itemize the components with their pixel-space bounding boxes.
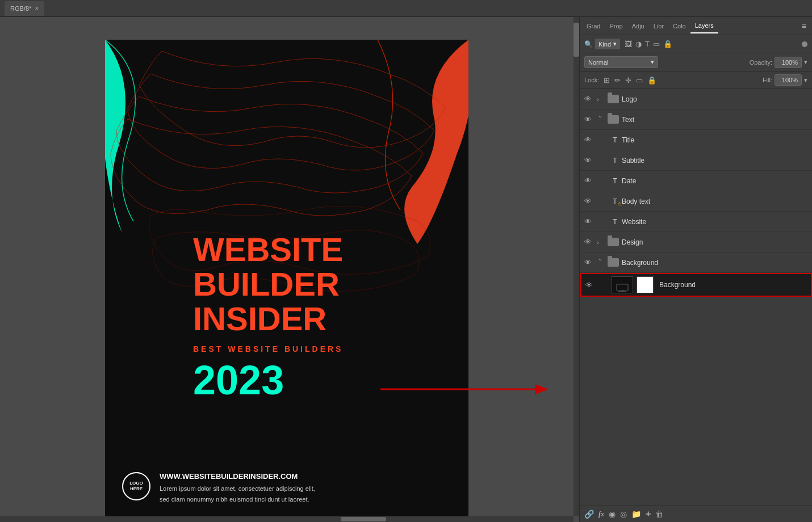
layer-name-website: Website	[622, 218, 807, 226]
new-group-icon[interactable]: 📁	[631, 510, 641, 519]
lock-pixel-icon[interactable]: ⊞	[604, 76, 610, 85]
layer-name-logo: Logo	[622, 95, 807, 103]
lock-move-icon[interactable]: ✛	[625, 76, 631, 85]
text-layer-icon-date: T	[610, 176, 620, 185]
layer-item-logo[interactable]: 👁 › Logo	[580, 89, 812, 110]
poster-footer-body: Lorem ipsum dolor sit amet, consectetuer…	[160, 485, 315, 503]
layer-item-text-group[interactable]: 👁 › Text	[580, 110, 812, 130]
layer-name-date: Date	[622, 177, 807, 185]
layer-item-design[interactable]: 👁 › Design	[580, 232, 812, 252]
panel-tab-bar: Grad Prop Adju Libr Colo Layers ≡	[580, 17, 812, 35]
tab-close-button[interactable]: ×	[35, 5, 39, 12]
link-layers-icon[interactable]: 🔗	[584, 510, 594, 519]
layer-item-title[interactable]: 👁 T Title	[580, 130, 812, 150]
layer-name-text-group: Text	[622, 116, 807, 124]
layer-name-title: Title	[622, 136, 807, 144]
expand-icon-design[interactable]: ›	[597, 239, 605, 246]
blend-mode-arrow: ▾	[651, 58, 654, 66]
tab-label: RGB/8*	[10, 5, 31, 12]
poster-year: 2023	[193, 357, 343, 403]
fill-row: Fill: 100% ▾	[763, 74, 807, 86]
layer-item-date[interactable]: 👁 T Date	[580, 171, 812, 191]
visibility-icon-date[interactable]: 👁	[584, 176, 595, 185]
text-layer-icon-subtitle: T	[610, 156, 620, 165]
fx-button[interactable]: fx	[598, 510, 604, 519]
layer-item-body-text[interactable]: 👁 T ⚠ Body text	[580, 191, 812, 212]
text-layer-icon-website: T	[610, 217, 620, 226]
poster-footer-info: WWW.WEBSITEBUILDERINSIDER.COM Lorem ipsu…	[160, 472, 315, 505]
filter-adjust-icon[interactable]: ◑	[635, 40, 642, 48]
tab-prop[interactable]: Prop	[605, 19, 627, 33]
filter-toggle-dot[interactable]	[802, 41, 807, 47]
folder-icon-logo	[607, 95, 620, 104]
lock-icons: ⊞ ✏ ✛ ▭ 🔒	[604, 76, 656, 85]
add-mask-icon[interactable]: ◉	[609, 510, 616, 519]
layer-thumb-dark	[612, 276, 633, 293]
layers-list: 👁 › Logo 👁 › Text 👁 T	[580, 89, 812, 506]
tab-layers[interactable]: Layers	[690, 19, 718, 33]
fill-arrow[interactable]: ▾	[804, 77, 807, 84]
tab-colo[interactable]: Colo	[668, 19, 690, 33]
visibility-icon-bg-group[interactable]: 👁	[584, 258, 595, 267]
folder-icon-bg	[607, 258, 620, 267]
opacity-label: Opacity:	[750, 59, 772, 66]
blend-mode-select[interactable]: Normal ▾	[584, 56, 658, 68]
filter-text-icon[interactable]: T	[645, 40, 650, 48]
text-layer-icon-title: T	[610, 136, 620, 144]
search-icon[interactable]: 🔍	[584, 40, 593, 48]
expand-icon-bg[interactable]: ›	[597, 259, 604, 267]
layers-panel: Grad Prop Adju Libr Colo Layers ≡ 🔍 Kind…	[579, 17, 812, 522]
canvas-horizontal-scrollbar[interactable]	[0, 516, 574, 522]
visibility-icon-text[interactable]: 👁	[584, 115, 595, 124]
visibility-icon-logo[interactable]: 👁	[584, 95, 595, 103]
canvas-h-scrollbar-thumb[interactable]	[341, 517, 386, 521]
expand-icon-text[interactable]: ›	[597, 116, 604, 124]
fill-label: Fill:	[763, 77, 772, 83]
layer-item-website[interactable]: 👁 T Website	[580, 212, 812, 232]
layer-item-background[interactable]: 👁 Background	[580, 273, 812, 297]
visibility-icon-background[interactable]: 👁	[585, 281, 596, 289]
visibility-icon-title[interactable]: 👁	[584, 136, 595, 144]
text-layer-icon-body: T ⚠	[610, 197, 620, 205]
kind-filter-select[interactable]: Kind ▾	[595, 39, 620, 49]
visibility-icon-body[interactable]: 👁	[584, 197, 595, 205]
filter-smart-icon[interactable]: 🔒	[663, 40, 672, 48]
filter-image-icon[interactable]: 🖼	[625, 40, 632, 48]
canvas-scrollbar[interactable]	[574, 17, 579, 516]
canvas-scrollbar-thumb[interactable]	[574, 23, 579, 57]
layer-item-background-group[interactable]: 👁 › Background	[580, 252, 812, 273]
fill-input[interactable]: 100%	[775, 74, 802, 86]
lock-artboard-icon[interactable]: ▭	[636, 76, 643, 85]
delete-layer-icon[interactable]: 🗑	[655, 510, 663, 519]
opacity-row: Opacity: 100% ▾	[750, 57, 807, 68]
layer-item-subtitle[interactable]: 👁 T Subtitle	[580, 150, 812, 171]
document-tab[interactable]: RGB/8* ×	[5, 1, 44, 16]
panel-menu-button[interactable]: ≡	[798, 19, 810, 33]
tab-libr[interactable]: Libr	[649, 19, 668, 33]
tab-adju[interactable]: Adju	[627, 19, 649, 33]
poster-subtitle: BEST WEBSITE BUILDERS	[193, 344, 343, 353]
canvas-area: WEBSITE BUILDER INSIDER BEST WEBSITE BUI…	[0, 17, 579, 522]
lock-edit-icon[interactable]: ✏	[614, 76, 621, 85]
folder-icon-design	[607, 238, 620, 247]
adjustment-layer-icon[interactable]: ◎	[620, 510, 627, 519]
poster-logo-text: LOGOHERE	[129, 481, 143, 491]
opacity-input[interactable]: 100%	[775, 57, 802, 68]
expand-icon-logo[interactable]: ›	[597, 96, 605, 103]
lock-all-icon[interactable]: 🔒	[647, 76, 656, 85]
visibility-icon-design[interactable]: 👁	[584, 238, 595, 246]
layer-name-bg-group: Background	[622, 259, 807, 267]
thumb-monitor-icon	[616, 284, 629, 292]
opacity-arrow[interactable]: ▾	[804, 58, 807, 66]
visibility-icon-website[interactable]: 👁	[584, 217, 595, 226]
new-layer-icon[interactable]: +	[646, 509, 651, 519]
layer-name-body: Body text	[622, 197, 807, 205]
blend-mode-label: Normal	[588, 59, 608, 66]
visibility-icon-subtitle[interactable]: 👁	[584, 156, 595, 165]
lock-label: Lock:	[584, 77, 599, 83]
filter-shape-icon[interactable]: ▭	[653, 40, 660, 48]
tab-grad[interactable]: Grad	[582, 19, 605, 33]
kind-dropdown-arrow: ▾	[613, 40, 617, 48]
kind-label: Kind	[598, 41, 611, 48]
panel-footer: 🔗 fx ◉ ◎ 📁 + 🗑	[580, 506, 812, 522]
